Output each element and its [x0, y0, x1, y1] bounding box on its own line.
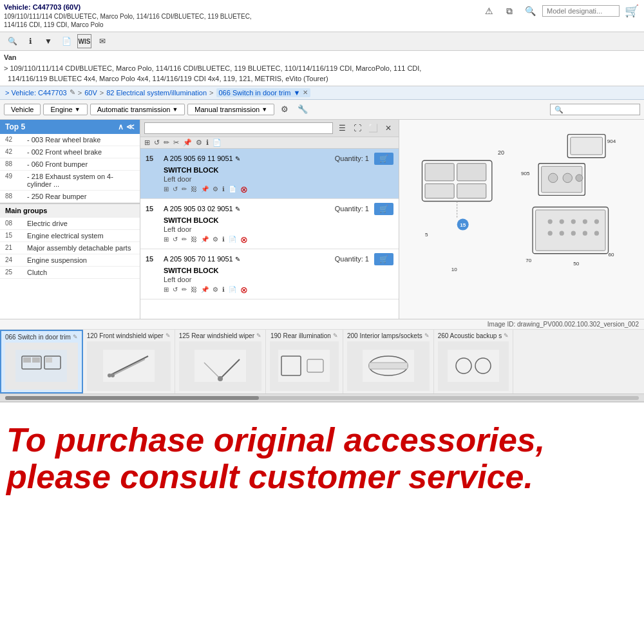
thumbnail-item[interactable]: 190 Rear illumination ✎: [266, 330, 343, 393]
vehicle-tab[interactable]: Vehicle: [4, 104, 41, 115]
image-id-bar: Image ID: drawing_PV000.002.100.302_vers…: [0, 319, 644, 330]
email-icon[interactable]: ✉: [95, 34, 109, 48]
edit-part-icon[interactable]: ✎: [235, 256, 240, 263]
edit-part-icon[interactable]: ✎: [235, 155, 240, 162]
list-item[interactable]: 42 - 003 Rear wheel brake: [0, 134, 140, 146]
left-panel: Top 5 ∧ ≪ 42 - 003 Rear wheel brake 42 -…: [0, 120, 140, 319]
list-item[interactable]: 88 - 060 Front bumper: [0, 158, 140, 171]
breadcrumb-electrical[interactable]: 82 Electrical system/illumination: [106, 89, 207, 97]
list-item[interactable]: 24 Engine suspension: [0, 254, 140, 267]
filter-icon[interactable]: ▼: [41, 34, 55, 48]
part-item[interactable]: 15 A 205 905 70 11 9051 ✎ Quantity: 1 🛒 …: [140, 249, 399, 299]
pin2-icon[interactable]: 📌: [201, 236, 209, 243]
copy-button[interactable]: ⧉: [501, 3, 518, 19]
info-part-icon[interactable]: ℹ: [222, 236, 225, 243]
info-icon[interactable]: ℹ: [23, 34, 37, 48]
list-item[interactable]: 08 Electric drive: [0, 218, 140, 230]
thumbnail-item[interactable]: 260 Acoustic backup s ✎: [434, 330, 514, 393]
expand-icon[interactable]: ∧: [118, 122, 124, 131]
list-view-icon[interactable]: ☰: [336, 122, 348, 135]
model-search-input[interactable]: [542, 5, 620, 17]
delete-part-icon[interactable]: ⊗: [240, 285, 248, 295]
center-search-input[interactable]: [144, 122, 333, 134]
wis-icon[interactable]: WIS: [77, 34, 91, 48]
fit-icon[interactable]: ⛶: [351, 122, 364, 135]
add-to-cart-button[interactable]: 🛒: [374, 203, 393, 215]
thumb-edit-icon[interactable]: ✎: [424, 332, 430, 339]
zoom-in-icon[interactable]: 🔍: [5, 34, 19, 48]
gear-part-icon[interactable]: ⚙: [213, 286, 218, 293]
delete-part-icon[interactable]: ⊗: [240, 234, 248, 245]
info-part-icon[interactable]: ℹ: [222, 286, 225, 293]
thumbnail-item[interactable]: 200 Interior lamps/sockets ✎: [343, 330, 434, 393]
grid-icon[interactable]: ⊞: [144, 138, 150, 147]
wrench-icon[interactable]: 🔧: [295, 102, 310, 117]
breadcrumb-close-icon[interactable]: ✕: [303, 89, 308, 96]
breadcrumb-vehicle[interactable]: > Vehicle: C447703: [5, 89, 67, 97]
info-part-icon[interactable]: ℹ: [222, 185, 225, 193]
grid-part-icon[interactable]: ⊞: [164, 185, 169, 193]
edit-icon[interactable]: ✏: [164, 138, 169, 147]
delete-part-icon[interactable]: ⊗: [240, 184, 248, 194]
doc-part-icon[interactable]: 📄: [229, 185, 236, 193]
pen-icon[interactable]: ✏: [182, 236, 187, 243]
doc-part-icon[interactable]: 📄: [229, 236, 236, 243]
scrollbar-thumb[interactable]: [5, 396, 259, 400]
grid-part-icon[interactable]: ⊞: [164, 286, 169, 293]
gear-part-icon[interactable]: ⚙: [213, 236, 218, 243]
collapse-icon[interactable]: ≪: [126, 122, 135, 131]
thumb-edit-icon[interactable]: ✎: [256, 332, 261, 339]
engine-tab[interactable]: Engine ▼: [43, 104, 87, 115]
chain-icon[interactable]: ⛓: [191, 185, 197, 193]
close-center-icon[interactable]: ✕: [382, 122, 395, 135]
scissors-icon[interactable]: ✂: [173, 138, 179, 147]
grid-part-icon[interactable]: ⊞: [164, 236, 169, 243]
ref-icon[interactable]: ↺: [173, 236, 178, 243]
chain-icon[interactable]: ⛓: [191, 236, 197, 243]
gear-part-icon[interactable]: ⚙: [213, 185, 218, 193]
chain-icon[interactable]: ⛓: [191, 286, 197, 293]
pin2-icon[interactable]: 📌: [201, 185, 209, 193]
pen-icon[interactable]: ✏: [182, 286, 187, 293]
add-to-cart-button[interactable]: 🛒: [374, 253, 393, 265]
thumbnail-item[interactable]: 066 Switch in door trim ✎: [0, 330, 83, 393]
scrollbar[interactable]: [0, 394, 644, 402]
toolbar-search-input[interactable]: [550, 104, 640, 115]
ref-icon[interactable]: ↺: [173, 286, 178, 293]
add-to-cart-button[interactable]: 🛒: [374, 153, 393, 165]
thumb-edit-icon[interactable]: ✎: [333, 332, 338, 339]
list-item[interactable]: 21 Major assembly detachable parts: [0, 242, 140, 254]
print-icon[interactable]: 📄: [59, 34, 73, 48]
doc-part-icon[interactable]: 📄: [229, 286, 236, 293]
gear-icon[interactable]: ⚙: [277, 102, 292, 117]
list-item[interactable]: 88 - 250 Rear bumper: [0, 191, 140, 203]
doc-cir-icon[interactable]: 📄: [213, 138, 222, 147]
warning-button[interactable]: ⚠: [480, 3, 497, 19]
thumb-edit-icon[interactable]: ✎: [73, 334, 78, 340]
breadcrumb-60v[interactable]: 60V: [84, 89, 97, 97]
thumb-edit-icon[interactable]: ✎: [504, 332, 509, 339]
thumbnail-item[interactable]: 125 Rear windshield wiper ✎: [175, 330, 266, 393]
list-item[interactable]: 49 - 218 Exhaust system on 4-cylinder ..…: [0, 171, 140, 191]
manual-trans-tab[interactable]: Manual transmission ▼: [187, 104, 274, 115]
thumbnail-item[interactable]: 120 Front windshield wiper ✎: [83, 330, 175, 393]
part-item[interactable]: 15 A 205 905 03 02 9051 ✎ Quantity: 1 🛒 …: [140, 199, 399, 249]
info-cir-icon[interactable]: ℹ: [206, 138, 209, 147]
cart-button-top[interactable]: 🛒: [623, 3, 640, 19]
breadcrumb-dropdown-icon[interactable]: ▼: [293, 89, 300, 97]
pin-icon[interactable]: 📌: [183, 138, 192, 147]
thumb-edit-icon[interactable]: ✎: [166, 332, 171, 339]
pen-icon[interactable]: ✏: [182, 185, 187, 193]
pin2-icon[interactable]: 📌: [201, 286, 209, 293]
settings-cir-icon[interactable]: ⚙: [196, 138, 202, 147]
auto-trans-tab[interactable]: Automatic transmission ▼: [90, 104, 185, 115]
list-item[interactable]: 25 Clutch: [0, 267, 140, 279]
edit-part-icon[interactable]: ✎: [235, 205, 240, 213]
part-item[interactable]: 15 A 205 905 69 11 9051 ✎ Quantity: 1 🛒 …: [140, 149, 399, 199]
refresh-icon[interactable]: ↺: [154, 138, 160, 147]
search-button-top[interactable]: 🔍: [522, 3, 538, 19]
list-item[interactable]: 42 - 002 Front wheel brake: [0, 146, 140, 158]
ref-icon[interactable]: ↺: [173, 185, 178, 193]
maximize-icon[interactable]: ⬜: [366, 122, 379, 135]
list-item[interactable]: 15 Engine electrical system: [0, 230, 140, 242]
